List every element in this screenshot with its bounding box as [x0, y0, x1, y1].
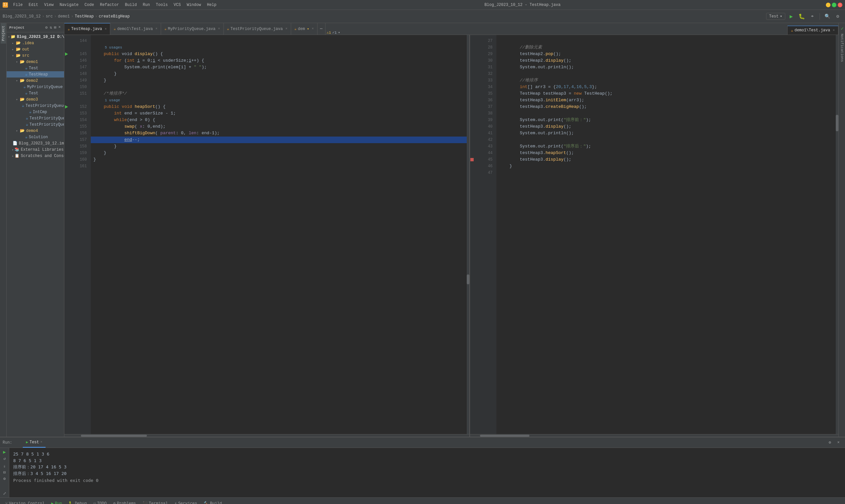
- tree-item-test2[interactable]: ☕ Test: [6, 90, 64, 96]
- scroll-indicator-right[interactable]: [836, 35, 839, 434]
- tree-item-demo4[interactable]: ▾ 📂 demo4: [6, 128, 64, 134]
- tab-testpq[interactable]: ☕ TestPriorityQueue.java ×: [224, 23, 291, 35]
- minimize-button[interactable]: −: [826, 3, 830, 7]
- menu-view[interactable]: View: [41, 2, 56, 8]
- tree-item-demo1[interactable]: ▾ 📂 demo1: [6, 59, 64, 65]
- breadcrumb-file[interactable]: TestHeap: [75, 14, 94, 19]
- debug-tab-button[interactable]: 🐛 Debug: [66, 500, 89, 504]
- tree-item-out[interactable]: ▸ 📂 out: [6, 46, 64, 52]
- code-content-left[interactable]: 5 usages public void display() { for (in…: [91, 35, 467, 434]
- rcode-line-42: [496, 137, 836, 143]
- tab-close-testpq[interactable]: ×: [285, 27, 287, 31]
- java-icon-test1: ☕: [25, 66, 28, 71]
- tree-item-root[interactable]: ▾ 📁 Blog_J2023_10_12 D:\Projec...: [6, 34, 64, 40]
- tab-testheap[interactable]: ☕ TestHeap.java ×: [64, 23, 110, 35]
- tree-item-scratches[interactable]: ▸ 📋 Scratches and Consoles: [6, 153, 64, 159]
- tree-item-idea[interactable]: ▸ 📂 .idea: [6, 40, 64, 46]
- bottom-tab-run[interactable]: [15, 437, 21, 448]
- h-scroll-thumb-left[interactable]: [81, 435, 147, 437]
- run-tab-button[interactable]: ▶ Run: [49, 500, 65, 504]
- services-button[interactable]: ⚡ Services: [172, 500, 200, 504]
- tree-item-testheap[interactable]: ☕ TestHeap: [6, 71, 64, 77]
- panel-toolbar-sort[interactable]: ⇅: [49, 24, 52, 31]
- run-side-play-button[interactable]: ▶: [3, 449, 6, 455]
- tab-close-dem[interactable]: ×: [312, 27, 314, 31]
- tab-close-testheap[interactable]: ×: [105, 28, 107, 31]
- coverage-button[interactable]: ☂: [808, 12, 817, 21]
- scroll-indicator-left[interactable]: [467, 35, 469, 434]
- panel-toolbar-expand[interactable]: ⊞: [53, 24, 57, 31]
- menu-navigate[interactable]: Navigate: [57, 2, 81, 8]
- menu-window[interactable]: Window: [184, 2, 204, 8]
- menu-tools[interactable]: Tools: [153, 2, 170, 8]
- code-line-151: /*堆排序*/: [91, 90, 467, 97]
- run-configuration[interactable]: Test ▾: [766, 13, 785, 20]
- tab-test1[interactable]: ☕ demo1\Test.java ×: [110, 23, 161, 35]
- right-editor[interactable]: 27 28 29 30 31 32 33 34 35 36 37 38 39 4…: [469, 35, 839, 434]
- tree-item-tpq[interactable]: ☕ TestPriorityQueue.ja...: [6, 103, 64, 109]
- tree-item-demo3[interactable]: ▾ 📂 demo3: [6, 96, 64, 103]
- code-content-right[interactable]: //删除元素 testHeap2.pop(); testHeap2.displa…: [496, 35, 836, 434]
- run-side-filter-button[interactable]: ⊟: [3, 470, 6, 475]
- menu-run[interactable]: Run: [140, 2, 153, 8]
- breadcrumb-src[interactable]: src: [46, 14, 53, 19]
- notifications-label[interactable]: Notifications: [840, 34, 844, 62]
- search-everywhere-button[interactable]: 🔍: [823, 12, 832, 21]
- tab-overflow-button[interactable]: ⋯: [318, 23, 325, 35]
- tree-label-src: src: [22, 53, 29, 58]
- tree-item-iml[interactable]: 📄 Blog_J2023_10_12.iml: [6, 140, 64, 146]
- problems-button[interactable]: ⊘ Problems: [110, 500, 139, 504]
- menu-vcs[interactable]: VCS: [171, 2, 183, 8]
- menu-help[interactable]: Help: [204, 2, 219, 8]
- menu-file[interactable]: File: [11, 2, 25, 8]
- breadcrumb-file2[interactable]: createBigHeap: [99, 14, 130, 19]
- tab-close-test1[interactable]: ×: [156, 27, 157, 31]
- debug-button[interactable]: 🐛: [797, 12, 806, 21]
- bottom-close-button[interactable]: ×: [834, 439, 842, 447]
- bottom-tab-test[interactable]: ▶ Test ×: [23, 437, 46, 448]
- scroll-thumb-left[interactable]: [467, 274, 469, 284]
- bottom-tab-test-close[interactable]: ×: [40, 440, 42, 444]
- horizontal-scrollbar[interactable]: [64, 434, 839, 437]
- breadcrumb-project[interactable]: Blog_J2023_10_12: [3, 14, 40, 19]
- tab-close-test-right[interactable]: ×: [833, 29, 835, 32]
- h-scroll-thumb-right[interactable]: [480, 435, 529, 437]
- panel-toolbar-close[interactable]: ×: [58, 24, 61, 31]
- maximize-button[interactable]: □: [832, 3, 837, 7]
- run-side-settings-button[interactable]: ⚙: [3, 476, 6, 481]
- tree-item-src[interactable]: ▾ 📂 src: [6, 52, 64, 59]
- todo-button[interactable]: ☑ TODO: [91, 500, 109, 504]
- tree-item-test1[interactable]: ☕ Test: [6, 65, 64, 71]
- project-sidebar-label[interactable]: Project: [1, 23, 6, 43]
- tree-item-mypriorityqueue[interactable]: ☕ MyPriorityQueue: [6, 84, 64, 90]
- tree-item-tpq3[interactable]: ☕ TestPriorityQueue2: [6, 121, 64, 128]
- tab-close-mypq[interactable]: ×: [218, 27, 220, 31]
- terminal-button[interactable]: ⬛ Terminal: [140, 500, 171, 504]
- tab-mypq[interactable]: ☕ MyPriorityQueue.java ×: [161, 23, 224, 35]
- close-button[interactable]: ×: [838, 3, 842, 7]
- tab-dem[interactable]: ☕ dem ▾ ×: [291, 23, 318, 35]
- tab-test-right[interactable]: ☕ demo1\Test.java ×: [788, 26, 839, 35]
- build-button[interactable]: 🔨 Build: [201, 500, 225, 504]
- menu-edit[interactable]: Edit: [26, 2, 41, 8]
- bottom-settings-button[interactable]: ⚙: [826, 439, 834, 447]
- tree-item-extlib[interactable]: ▸ 📚 External Libraries: [6, 146, 64, 153]
- tree-item-demo2[interactable]: ▾ 📂 demo2: [6, 77, 64, 84]
- breadcrumb-demo1[interactable]: demo1: [58, 14, 70, 19]
- menu-code[interactable]: Code: [82, 2, 97, 8]
- tree-item-tpq2[interactable]: ☕ TestPriorityQueue: [6, 115, 64, 121]
- menu-build[interactable]: Build: [122, 2, 139, 8]
- version-control-button[interactable]: ⑂ Version Control: [3, 500, 47, 504]
- left-editor[interactable]: 144 145 146 147 148 149 150 151 152 153 …: [64, 35, 469, 434]
- run-side-scroll-button[interactable]: ⇓: [3, 464, 6, 469]
- tree-item-solution[interactable]: ☕ Solution: [6, 134, 64, 140]
- menu-refactor[interactable]: Refactor: [98, 2, 122, 8]
- run-button[interactable]: ▶: [787, 12, 796, 21]
- run-side-expand-button[interactable]: ⤢: [3, 491, 6, 496]
- panel-toolbar-cog[interactable]: ⚙: [45, 24, 48, 31]
- run-side-rerun-button[interactable]: ↺: [3, 456, 6, 461]
- scroll-thumb-right[interactable]: [836, 115, 839, 131]
- tree-item-intcmp[interactable]: ☕ IntCmp: [6, 109, 64, 115]
- output-line-3: 排序前：20 17 4 16 5 3: [13, 464, 841, 470]
- settings-button[interactable]: ⚙: [833, 12, 842, 21]
